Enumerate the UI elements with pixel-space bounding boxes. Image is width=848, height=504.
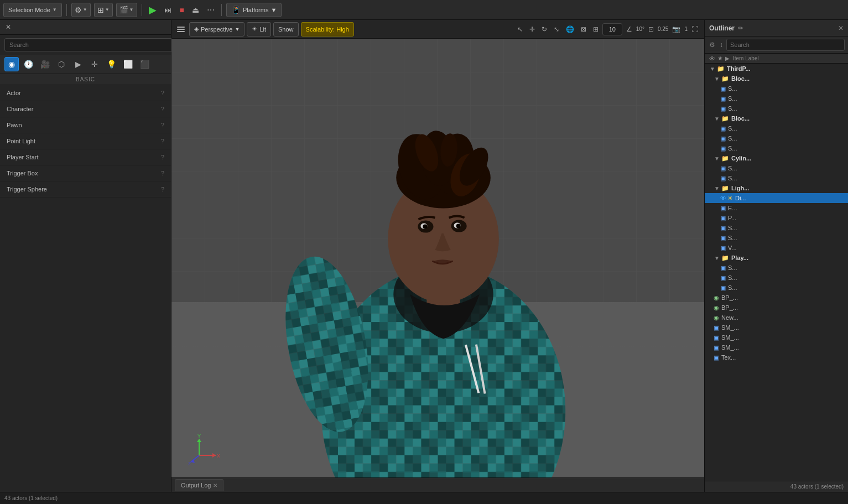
lit-dropdown[interactable]: ☀ Lit — [247, 22, 271, 37]
maximize-icon: ⛶ — [691, 25, 698, 33]
output-log-tab[interactable]: Output Log ✕ — [175, 479, 223, 491]
recent-icon-button[interactable]: 🕐 — [21, 57, 35, 71]
place-item-player-start-help[interactable]: ? — [161, 154, 164, 160]
tree-item-sm1[interactable]: ▣ SM_... — [705, 323, 848, 332]
place-item-player-start[interactable]: Player Start ? — [0, 149, 171, 165]
place-item-point-light-help[interactable]: ? — [161, 138, 164, 144]
tree-item-directional-light[interactable]: 👁 ☀ Di... — [705, 193, 848, 203]
tree-item-s8[interactable]: ▣ S... — [705, 173, 848, 183]
transform-tools-button[interactable]: ⚙ ▼ — [71, 3, 91, 17]
pause-button[interactable]: ⏭ — [162, 4, 174, 15]
tree-item-s5[interactable]: ▣ S... — [705, 133, 848, 143]
tree-item-s12[interactable]: ▣ S... — [705, 273, 848, 283]
camera-speed-toggle[interactable]: 📷 — [669, 22, 683, 37]
tree-item-sm3[interactable]: ▣ SM_... — [705, 342, 848, 352]
place-item-trigger-sphere[interactable]: Trigger Sphere ? — [0, 181, 171, 198]
tree-item-s7[interactable]: ▣ S... — [705, 163, 848, 173]
stop-button[interactable]: ■ — [178, 4, 186, 15]
viewport-options-button[interactable] — [175, 24, 187, 34]
maximize-viewport-button[interactable]: ⛶ — [689, 22, 701, 37]
place-item-actor-help[interactable]: ? — [161, 90, 164, 96]
tree-item-s1[interactable]: ▣ S... — [705, 84, 848, 93]
scale-snap-toggle[interactable]: ⊡ — [646, 22, 657, 37]
tree-item-v[interactable]: ▣ V... — [705, 243, 848, 253]
selection-mode-button[interactable]: Selection Mode ▼ — [3, 3, 62, 17]
outliner-search-input[interactable] — [726, 39, 845, 51]
scalability-badge[interactable]: Scalability: High — [301, 22, 354, 37]
place-item-trigger-box[interactable]: Trigger Box ? — [0, 165, 171, 181]
perspective-dropdown[interactable]: ◈ Perspective ▼ — [189, 22, 244, 37]
place-item-point-light-label: Point Light — [7, 138, 35, 144]
place-item-actor[interactable]: Actor ? — [0, 85, 171, 101]
tree-item-bp1[interactable]: ◉ BP_... — [705, 293, 848, 303]
angle-snap-toggle[interactable]: ∠ — [623, 22, 635, 37]
tree-item-s11[interactable]: ▣ S... — [705, 263, 848, 273]
place-item-trigger-box-help[interactable]: ? — [161, 170, 164, 176]
tree-item-cylin[interactable]: ▼ 📁 Cylin... — [705, 153, 848, 163]
tree-item-bloc2[interactable]: ▼ 📁 Bloc... — [705, 113, 848, 123]
outliner-sort-button[interactable]: ↕ — [719, 40, 724, 50]
place-actors-icon-button[interactable]: ◉ — [4, 57, 19, 71]
tree-item-sm2[interactable]: ▣ SM_... — [705, 332, 848, 342]
place-item-actor-label: Actor — [7, 90, 21, 96]
tree-item-s9[interactable]: ▣ S... — [705, 223, 848, 233]
place-item-point-light[interactable]: Point Light ? — [0, 133, 171, 149]
outliner-actor-count: 43 actors (1 selected) — [790, 484, 844, 490]
volumes-icon-button[interactable]: ⬜ — [121, 57, 135, 71]
translate-tool-button[interactable]: ✛ — [527, 22, 538, 37]
tree-item-s2[interactable]: ▣ S... — [705, 93, 848, 103]
select-tool-button[interactable]: ↖ — [514, 22, 526, 37]
tree-item-thirdp[interactable]: ▼ 📁 ThirdP... — [705, 64, 848, 74]
tree-item-light-group[interactable]: ▼ 📁 Ligh... — [705, 183, 848, 193]
tree-item-tex[interactable]: ▣ Tex... — [705, 352, 848, 362]
place-item-character[interactable]: Character ? — [0, 101, 171, 117]
actor-icon-bp1: ◉ — [714, 294, 719, 302]
cinematic-icon-button[interactable]: 🎥 — [38, 57, 52, 71]
place-search-input[interactable] — [4, 38, 175, 51]
grid-snap-value[interactable] — [602, 23, 622, 35]
place-item-pawn[interactable]: Pawn ? — [0, 117, 171, 133]
mesh-icon-sm1: ▣ — [714, 324, 719, 331]
surface-snapping-button[interactable]: ⊠ — [578, 22, 589, 37]
place-item-character-help[interactable]: ? — [161, 106, 164, 112]
world-local-button[interactable]: 🌐 — [563, 22, 577, 37]
viewport-canvas[interactable]: X Y Z — [171, 39, 704, 477]
outliner-filter-button[interactable]: ⚙ — [708, 40, 716, 50]
place-item-trigger-sphere-help[interactable]: ? — [161, 186, 164, 193]
tree-item-bloc1[interactable]: ▼ 📁 Bloc... — [705, 74, 848, 84]
rotate-tool-button[interactable]: ↻ — [539, 22, 550, 37]
actor-folder-icon: 📁 — [717, 65, 725, 72]
scale-tool-button[interactable]: ⤡ — [551, 22, 562, 37]
left-panel-close-button[interactable]: ✕ — [4, 22, 12, 32]
tree-item-bp2[interactable]: ◉ BP_... — [705, 303, 848, 313]
grid-snap-toggle[interactable]: ⊞ — [590, 22, 601, 37]
outliner-close-button[interactable]: ✕ — [838, 24, 844, 32]
transform2-icon-button[interactable]: ✛ — [87, 57, 102, 71]
layout-button[interactable]: ⊞ ▼ — [94, 3, 113, 17]
tree-item-s3[interactable]: ▣ S... — [705, 103, 848, 113]
mesh-folder-icon-3: 📁 — [721, 155, 729, 162]
lights-icon-button[interactable]: 💡 — [104, 57, 118, 71]
place-item-pawn-help[interactable]: ? — [161, 122, 164, 128]
tree-item-play-group[interactable]: ▼ 📁 Play... — [705, 253, 848, 263]
camera-speed-value: 1 — [684, 26, 688, 32]
play-button[interactable]: ▶ — [147, 3, 159, 17]
tree-item-s6[interactable]: ▣ S... — [705, 143, 848, 153]
play-options-button[interactable]: ⋯ — [205, 4, 217, 15]
output-log-close-button[interactable]: ✕ — [213, 482, 217, 489]
platforms-button[interactable]: 📱 Platforms ▼ — [226, 3, 282, 17]
outliner-edit-button[interactable]: ✏ — [738, 24, 743, 32]
tree-item-s13[interactable]: ▣ S... — [705, 283, 848, 293]
tree-item-s4[interactable]: ▣ S... — [705, 123, 848, 133]
tree-item-e[interactable]: ▣ E... — [705, 203, 848, 213]
all-classes-icon-button[interactable]: ⬛ — [137, 57, 152, 71]
play-icon-button[interactable]: ▶ — [71, 57, 85, 71]
platforms-icon: 📱 — [231, 6, 241, 14]
shapes-icon-button[interactable]: ⬡ — [54, 57, 69, 71]
eject-button[interactable]: ⏏ — [190, 4, 201, 15]
tree-item-p[interactable]: ▣ P... — [705, 213, 848, 223]
show-dropdown[interactable]: Show — [273, 22, 299, 37]
tree-item-new[interactable]: ◉ New... — [705, 313, 848, 323]
tree-item-s10[interactable]: ▣ S... — [705, 233, 848, 243]
cinematics-button[interactable]: 🎬 ▼ — [116, 3, 137, 17]
